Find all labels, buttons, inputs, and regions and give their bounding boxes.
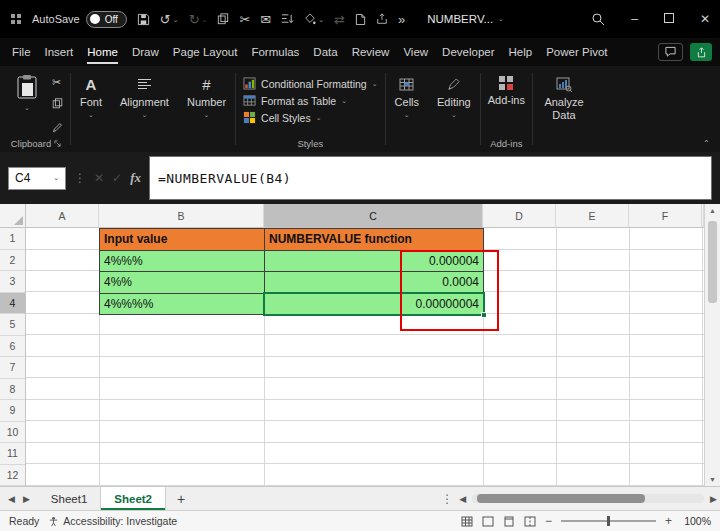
editing-group-button[interactable]: Editing ⌄ [428, 66, 480, 152]
grid-body[interactable]: 1 2 3 4 5 6 7 8 9 10 11 12 Input value N… [0, 228, 704, 486]
document-icon[interactable] [355, 13, 366, 26]
format-painter-button[interactable] [52, 119, 63, 137]
row-header-11[interactable]: 11 [0, 443, 25, 465]
comments-button[interactable] [658, 43, 683, 61]
tab-splitter-handle[interactable]: ⋮ [441, 492, 453, 506]
row-header-10[interactable]: 10 [0, 422, 25, 444]
menu-tab-home[interactable]: Home [80, 38, 125, 66]
paste-chevron-icon[interactable]: ⌄ [24, 104, 30, 112]
cells-group-button[interactable]: Cells ⌄ [386, 66, 428, 152]
col-header-a[interactable]: A [26, 204, 99, 228]
undo-chevron-icon[interactable]: ⌄ [173, 16, 179, 23]
document-title[interactable]: NUMBERV... ⌄ [427, 13, 504, 25]
undo-button[interactable]: ↺⌄ [160, 13, 179, 26]
minimize-button[interactable]: – [631, 12, 638, 26]
menu-tab-file[interactable]: File [5, 38, 38, 66]
close-button[interactable]: ✕ [700, 12, 710, 26]
paste-button[interactable]: ⌄ [9, 72, 45, 114]
cut-icon[interactable]: ✂ [239, 13, 250, 26]
scroll-right-icon[interactable]: ▶ [710, 494, 717, 504]
col-header-d[interactable]: D [483, 204, 556, 228]
menu-tab-review[interactable]: Review [345, 38, 397, 66]
cell-B2[interactable]: 4%%% [99, 250, 265, 273]
menu-tab-page-layout[interactable]: Page Layout [166, 38, 245, 66]
scroll-left-icon[interactable]: ◀ [459, 494, 466, 504]
select-all-corner[interactable] [0, 204, 26, 228]
menu-tab-power-pivot[interactable]: Power Pivot [539, 38, 614, 66]
row-header-8[interactable]: 8 [0, 379, 25, 401]
fill-color-chevron-icon[interactable]: ⌄ [318, 16, 324, 23]
row-header-12[interactable]: 12 [0, 465, 25, 487]
cell-styles-button[interactable]: Cell Styles ⌄ [243, 111, 378, 124]
more-commands-button[interactable]: » [398, 13, 405, 26]
row-header-6[interactable]: 6 [0, 336, 25, 358]
formula-bar-drag-handle[interactable]: ⋮ [74, 171, 86, 185]
cell-B3[interactable]: 4%% [99, 271, 265, 294]
row-header-7[interactable]: 7 [0, 357, 25, 379]
insert-function-icon[interactable]: fx [130, 170, 141, 186]
cell-B1[interactable]: Input value [99, 228, 265, 251]
row-header-9[interactable]: 9 [0, 400, 25, 422]
zoom-out-button[interactable]: − [545, 515, 552, 527]
font-group-button[interactable]: A Font ⌄ [71, 66, 111, 152]
name-box[interactable]: C4 ⌄ [8, 167, 66, 190]
col-header-b[interactable]: B [99, 204, 264, 228]
maximize-button[interactable] [664, 12, 674, 26]
row-header-3[interactable]: 3 [0, 271, 25, 293]
copy-button[interactable] [52, 95, 63, 113]
page-break-view-icon[interactable] [524, 516, 536, 527]
menu-tab-help[interactable]: Help [502, 38, 540, 66]
alignment-group-button[interactable]: Alignment ⌄ [111, 66, 178, 152]
next-sheet-icon[interactable]: ▶ [23, 494, 30, 504]
save-icon[interactable] [137, 13, 150, 26]
menu-tab-formulas[interactable]: Formulas [244, 38, 306, 66]
vertical-scrollbar-thumb[interactable] [708, 221, 717, 303]
zoom-in-button[interactable]: + [665, 515, 672, 527]
new-sheet-button[interactable]: + [166, 487, 196, 510]
col-header-e[interactable]: E [556, 204, 629, 228]
scroll-down-icon[interactable]: ▼ [705, 476, 720, 483]
menu-tab-insert[interactable]: Insert [38, 38, 81, 66]
sheet-tab-sheet1[interactable]: Sheet1 [38, 487, 101, 510]
enter-icon[interactable]: ✓ [112, 171, 122, 185]
export-icon[interactable] [376, 13, 388, 25]
cell-B4[interactable]: 4%%%% [99, 293, 265, 316]
fill-color-icon[interactable]: ⌄ [304, 13, 324, 25]
conditional-formatting-button[interactable]: Conditional Formatting ⌄ [243, 77, 378, 90]
menu-tab-draw[interactable]: Draw [125, 38, 166, 66]
collapse-ribbon-icon[interactable]: ⌄ [703, 138, 710, 147]
menu-tab-data[interactable]: Data [306, 38, 344, 66]
autosave-toggle[interactable]: AutoSave Off [32, 11, 127, 28]
horizontal-scrollbar-track[interactable] [472, 494, 704, 503]
vertical-scrollbar[interactable]: ▲ ▼ [704, 204, 720, 486]
cut-button[interactable]: ✂ [52, 76, 63, 89]
prev-sheet-icon[interactable]: ◀ [8, 494, 15, 504]
addins-button[interactable]: Add-ins [488, 75, 525, 106]
cell-C2[interactable]: 0.000004 [264, 250, 484, 273]
number-group-button[interactable]: # Number ⌄ [178, 66, 235, 152]
cell-C1[interactable]: NUMBERVALUE function [264, 228, 484, 251]
cell-C3[interactable]: 0.0004 [264, 271, 484, 294]
col-header-c[interactable]: C [264, 204, 483, 228]
app-launcher-icon[interactable] [10, 13, 22, 25]
menu-tab-view[interactable]: View [396, 38, 435, 66]
horizontal-scrollbar-thumb[interactable] [477, 494, 645, 503]
cancel-icon[interactable]: ✕ [94, 171, 104, 185]
menu-tab-developer[interactable]: Developer [435, 38, 501, 66]
normal-view-icon[interactable] [482, 516, 494, 527]
page-layout-view-icon[interactable] [503, 516, 515, 527]
zoom-slider-thumb[interactable] [607, 516, 610, 526]
formula-input[interactable]: =NUMBERVALUE(B4) [149, 156, 712, 200]
row-header-2[interactable]: 2 [0, 250, 25, 272]
sort-numbers-icon[interactable] [281, 13, 294, 25]
name-box-chevron-icon[interactable]: ⌄ [53, 174, 59, 182]
sheet-view-icon[interactable] [461, 516, 473, 527]
zoom-level[interactable]: 100% [681, 515, 711, 527]
mail-icon[interactable]: ✉ [260, 13, 271, 26]
copy-icon[interactable] [217, 13, 229, 25]
cell-C4[interactable]: 0.00000004 [264, 293, 484, 316]
search-icon[interactable] [591, 12, 605, 26]
scroll-up-icon[interactable]: ▲ [705, 207, 720, 214]
swap-arrows-icon[interactable]: ⇄ [334, 13, 345, 26]
redo-button[interactable]: ↻⌄ [189, 13, 208, 26]
